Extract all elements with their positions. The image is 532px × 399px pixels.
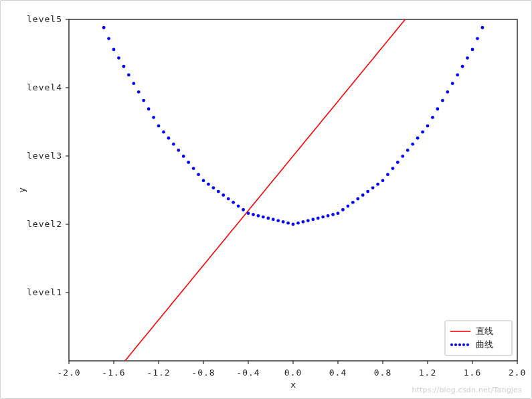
- svg-point-37: [167, 137, 170, 140]
- svg-point-46: [211, 186, 215, 189]
- svg-point-44: [202, 179, 205, 182]
- svg-point-94: [451, 82, 454, 85]
- svg-point-51: [237, 204, 240, 208]
- chart-canvas: -2.0-1.6-1.2-0.8-0.40.00.40.81.21.62.0 l…: [9, 6, 527, 394]
- svg-point-56: [262, 216, 265, 219]
- svg-point-71: [337, 212, 340, 215]
- svg-point-78: [371, 186, 375, 189]
- svg-point-82: [391, 167, 394, 170]
- svg-point-55: [256, 214, 260, 218]
- y-ticks: level1level2level3level4level5: [27, 14, 69, 297]
- svg-point-76: [361, 193, 365, 197]
- x-ticks: -2.0-1.6-1.2-0.8-0.40.00.40.81.21.62.0: [57, 361, 526, 378]
- chart-svg: -2.0-1.6-1.2-0.8-0.40.00.40.81.21.62.0 l…: [9, 6, 529, 396]
- svg-point-85: [406, 149, 410, 152]
- svg-point-39: [177, 149, 180, 152]
- svg-point-54: [252, 213, 255, 216]
- svg-point-22: [92, 6, 96, 7]
- svg-point-43: [197, 173, 200, 176]
- svg-point-87: [416, 137, 420, 140]
- svg-point-97: [466, 56, 469, 60]
- svg-point-96: [461, 65, 464, 68]
- svg-point-41: [187, 161, 190, 164]
- x-tick-label: 1.2: [419, 368, 436, 378]
- svg-point-33: [147, 107, 151, 110]
- svg-point-61: [286, 222, 290, 225]
- svg-point-89: [426, 125, 430, 128]
- svg-point-49: [227, 197, 230, 201]
- svg-point-92: [441, 99, 444, 102]
- svg-point-113: [466, 343, 469, 346]
- svg-point-102: [491, 6, 494, 7]
- y-tick-label: level3: [27, 151, 62, 161]
- svg-point-98: [471, 48, 474, 51]
- svg-point-111: [458, 343, 461, 346]
- svg-point-70: [331, 213, 335, 216]
- svg-point-77: [366, 190, 369, 193]
- x-axis-label: x: [290, 380, 296, 390]
- series-1: [68, 6, 519, 226]
- axes-border: [69, 19, 517, 361]
- svg-point-57: [266, 217, 270, 220]
- svg-point-83: [396, 161, 400, 164]
- svg-point-65: [306, 219, 310, 222]
- x-tick-label: -2.0: [57, 368, 80, 378]
- svg-point-69: [327, 214, 330, 218]
- svg-point-62: [292, 223, 295, 226]
- svg-point-34: [152, 116, 155, 119]
- svg-point-86: [411, 143, 414, 146]
- svg-point-27: [117, 56, 120, 60]
- svg-point-66: [311, 218, 315, 221]
- svg-point-52: [242, 208, 245, 212]
- svg-point-42: [192, 167, 195, 170]
- svg-point-93: [446, 90, 449, 94]
- svg-point-45: [207, 183, 210, 186]
- svg-point-84: [401, 155, 404, 158]
- svg-point-23: [97, 15, 100, 19]
- x-tick-label: -0.4: [236, 368, 260, 378]
- svg-point-91: [436, 107, 439, 110]
- svg-point-48: [221, 193, 225, 197]
- svg-point-40: [182, 155, 185, 158]
- svg-point-64: [301, 220, 304, 224]
- svg-point-32: [142, 99, 145, 102]
- x-tick-label: 0.4: [329, 368, 347, 378]
- svg-point-68: [321, 216, 325, 219]
- svg-point-58: [272, 218, 275, 221]
- svg-point-112: [462, 343, 465, 346]
- svg-point-80: [381, 179, 385, 182]
- svg-point-28: [122, 65, 125, 68]
- svg-point-110: [454, 343, 457, 346]
- svg-point-67: [317, 217, 320, 220]
- svg-point-59: [276, 219, 280, 222]
- svg-point-60: [282, 220, 285, 224]
- svg-point-63: [296, 222, 300, 225]
- svg-point-73: [346, 204, 349, 208]
- x-tick-label: 0.0: [284, 368, 302, 378]
- y-tick-label: level4: [27, 82, 62, 92]
- svg-point-74: [351, 201, 355, 204]
- x-tick-label: 2.0: [509, 368, 526, 378]
- svg-point-79: [376, 183, 379, 186]
- svg-point-36: [162, 131, 165, 134]
- y-tick-label: level5: [27, 14, 62, 24]
- svg-point-26: [112, 48, 116, 51]
- svg-point-72: [341, 208, 345, 212]
- x-tick-label: -0.8: [191, 368, 215, 378]
- x-tick-label: -1.6: [102, 368, 125, 378]
- svg-point-29: [127, 74, 130, 77]
- svg-point-24: [102, 26, 106, 29]
- svg-point-30: [132, 82, 135, 85]
- svg-point-109: [450, 343, 453, 346]
- svg-point-53: [247, 212, 250, 215]
- svg-point-100: [480, 26, 484, 29]
- y-tick-label: level2: [27, 219, 62, 229]
- svg-point-75: [356, 197, 359, 201]
- svg-point-90: [431, 116, 434, 119]
- svg-point-35: [157, 125, 161, 128]
- svg-point-81: [386, 173, 389, 176]
- legend-label: 直线: [476, 326, 493, 336]
- x-tick-label: 0.8: [374, 368, 391, 378]
- svg-point-95: [456, 74, 459, 77]
- svg-point-50: [232, 201, 235, 204]
